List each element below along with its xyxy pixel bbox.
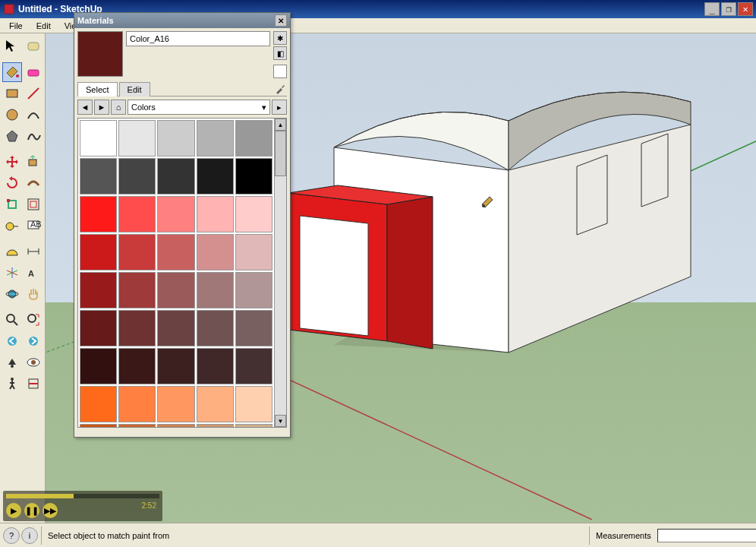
color-swatch[interactable]	[80, 310, 117, 346]
tool-paint-bucket[interactable]	[2, 62, 22, 82]
color-swatch[interactable]	[157, 424, 194, 427]
restore-button[interactable]: ❐	[721, 2, 736, 16]
tool-section[interactable]	[24, 374, 43, 394]
tool-zoom-extents[interactable]	[24, 310, 43, 330]
color-swatch[interactable]	[197, 234, 234, 270]
materials-close-button[interactable]: ✕	[275, 14, 287, 27]
secondary-preview[interactable]	[273, 65, 287, 78]
scroll-down-button[interactable]: ▼	[275, 415, 286, 427]
tool-next-view[interactable]	[24, 331, 43, 351]
color-swatch[interactable]	[157, 386, 194, 422]
color-swatch[interactable]	[197, 158, 234, 194]
color-swatch[interactable]	[118, 158, 156, 194]
color-swatch[interactable]	[118, 234, 156, 270]
tool-rotate[interactable]	[2, 173, 22, 193]
tool-freehand[interactable]	[24, 126, 43, 146]
tool-position-camera[interactable]	[2, 353, 22, 372]
nav-forward-button[interactable]: ►	[94, 100, 109, 115]
color-swatch[interactable]	[235, 234, 272, 270]
color-swatch[interactable]	[80, 196, 117, 232]
scroll-track[interactable]	[275, 131, 286, 415]
tool-eraser-soft[interactable]	[24, 36, 43, 56]
color-swatch[interactable]	[197, 424, 234, 427]
color-swatch[interactable]	[235, 272, 272, 308]
create-material-button[interactable]: ✱	[273, 31, 287, 45]
tool-text[interactable]: ABC	[24, 216, 43, 236]
status-tip-button[interactable]: ?	[3, 527, 20, 544]
color-swatch[interactable]	[80, 120, 117, 157]
color-swatch[interactable]	[118, 348, 156, 384]
scroll-up-button[interactable]: ▲	[275, 119, 286, 131]
material-preview-swatch[interactable]	[77, 31, 123, 77]
color-swatch[interactable]	[157, 310, 194, 346]
nav-back-button[interactable]: ◄	[77, 100, 93, 115]
tool-tape[interactable]	[2, 216, 22, 236]
color-swatch[interactable]	[118, 196, 156, 232]
measurements-input[interactable]	[657, 529, 756, 542]
color-swatch[interactable]	[197, 310, 234, 346]
tool-look-around[interactable]	[24, 353, 43, 372]
tab-select[interactable]: Select	[77, 82, 118, 96]
color-swatch[interactable]	[118, 120, 156, 157]
material-name-input[interactable]	[126, 31, 270, 46]
tool-3dtext[interactable]: A	[24, 263, 43, 283]
color-swatch[interactable]	[118, 272, 156, 308]
color-swatch[interactable]	[197, 120, 234, 157]
video-progress-track[interactable]	[6, 494, 159, 498]
tool-arc[interactable]	[24, 105, 43, 125]
color-swatch[interactable]	[157, 120, 194, 157]
tool-axes[interactable]	[2, 263, 22, 283]
materials-library-dropdown[interactable]: Colors ▾	[128, 100, 270, 115]
color-swatch[interactable]	[157, 234, 194, 270]
tool-scale[interactable]	[2, 194, 22, 214]
details-button[interactable]: ▸	[272, 100, 287, 115]
color-swatch[interactable]	[197, 348, 234, 384]
tool-eraser-pink[interactable]	[24, 62, 43, 82]
minimize-button[interactable]: _	[704, 2, 720, 16]
color-swatch[interactable]	[157, 272, 194, 308]
tool-follow-me[interactable]	[24, 173, 43, 193]
sample-paint-button[interactable]	[273, 82, 287, 96]
status-info-button[interactable]: i	[21, 527, 38, 544]
color-swatch[interactable]	[157, 348, 194, 384]
menu-edit[interactable]: Edit	[30, 20, 57, 32]
tool-offset[interactable]	[24, 194, 43, 214]
default-material-button[interactable]: ◧	[273, 46, 287, 60]
video-play-button[interactable]: ▶	[6, 503, 21, 518]
color-swatch[interactable]	[80, 424, 117, 427]
materials-titlebar[interactable]: Materials ✕	[74, 13, 290, 28]
color-swatch[interactable]	[118, 386, 156, 422]
color-swatch[interactable]	[197, 196, 234, 232]
tool-line[interactable]	[24, 84, 43, 103]
color-swatch[interactable]	[197, 386, 234, 422]
tool-orbit[interactable]	[2, 284, 22, 304]
tool-rectangle[interactable]	[2, 84, 22, 103]
scroll-thumb[interactable]	[275, 131, 286, 176]
tool-move[interactable]	[2, 152, 22, 172]
tool-dimension[interactable]	[24, 242, 43, 261]
color-swatch[interactable]	[80, 234, 117, 270]
menu-file[interactable]: File	[3, 20, 29, 32]
tool-zoom[interactable]	[2, 310, 22, 330]
nav-home-button[interactable]: ⌂	[111, 100, 126, 115]
color-swatch[interactable]	[80, 158, 117, 194]
close-button[interactable]: ✕	[738, 2, 753, 16]
color-swatch[interactable]	[80, 386, 117, 422]
tool-pan[interactable]	[24, 284, 43, 304]
video-next-button[interactable]: ▶▶	[43, 503, 58, 518]
color-swatch[interactable]	[197, 272, 234, 308]
tool-walk[interactable]	[2, 374, 22, 394]
tool-polygon[interactable]	[2, 126, 22, 146]
video-pause-button[interactable]: ❚❚	[24, 503, 39, 518]
tool-circle[interactable]	[2, 105, 22, 125]
color-swatch[interactable]	[157, 196, 194, 232]
tab-edit[interactable]: Edit	[119, 82, 150, 96]
color-swatch[interactable]	[118, 424, 156, 427]
color-swatch[interactable]	[235, 424, 272, 427]
color-swatch[interactable]	[80, 348, 117, 384]
color-swatch[interactable]	[80, 272, 117, 308]
color-swatch[interactable]	[157, 158, 194, 194]
color-swatch[interactable]	[235, 386, 272, 422]
tool-protractor[interactable]	[2, 242, 22, 261]
color-swatch[interactable]	[235, 196, 272, 232]
